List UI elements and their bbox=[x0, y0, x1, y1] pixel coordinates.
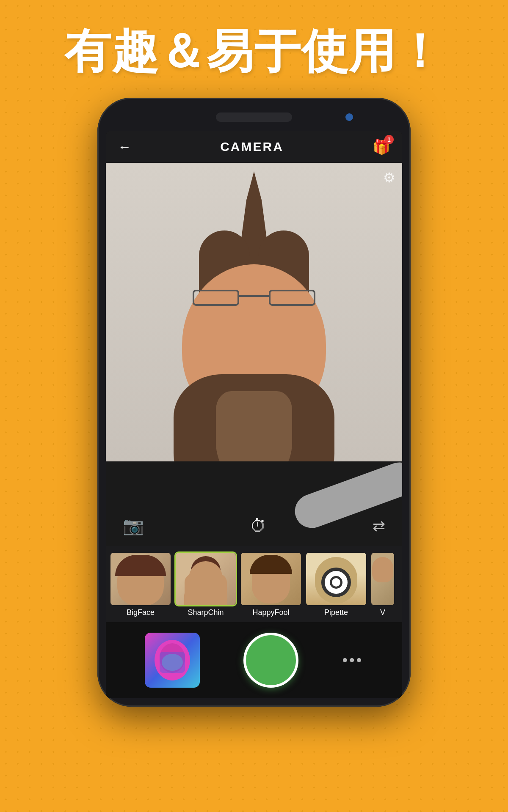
filter-thumb-happyfool bbox=[240, 551, 302, 606]
filter-thumb-pipette bbox=[305, 551, 367, 606]
filter-label-bigface: BigFace bbox=[127, 608, 155, 617]
glasses-bridge bbox=[239, 295, 269, 297]
phone-speaker bbox=[216, 112, 292, 122]
filter-strip: BigFace SharpChin bbox=[106, 546, 402, 622]
filter-item-sharpchin[interactable]: SharpChin bbox=[174, 551, 237, 617]
headline: 有趣＆易于使用！ bbox=[64, 25, 444, 77]
phone-screen: ← CAMERA 🎁 1 bbox=[106, 131, 402, 698]
gallery-face bbox=[145, 633, 200, 688]
bottom-bar: ••• bbox=[106, 622, 402, 698]
filter-thumb-v bbox=[370, 551, 395, 606]
phone-shell: ← CAMERA 🎁 1 bbox=[97, 98, 411, 707]
phone-top-bar bbox=[104, 105, 404, 129]
camera-settings-button[interactable]: ⚙ bbox=[383, 170, 395, 186]
gift-badge: 1 bbox=[384, 135, 394, 144]
more-button[interactable]: ••• bbox=[342, 651, 363, 669]
camera-controls: 📷 ⏱ ⇄ bbox=[106, 516, 402, 536]
front-camera-dot bbox=[345, 113, 353, 121]
shuffle-button[interactable]: ⇄ bbox=[373, 517, 385, 535]
capture-button[interactable] bbox=[243, 633, 298, 688]
glasses-right bbox=[269, 290, 315, 306]
filter-label-pipette: Pipette bbox=[324, 608, 348, 617]
camera-flip-button[interactable]: 📷 bbox=[123, 516, 144, 536]
gallery-face-svg bbox=[151, 639, 193, 681]
filter-item-bigface[interactable]: BigFace bbox=[109, 551, 172, 617]
filter-label-sharpchin: SharpChin bbox=[188, 608, 224, 617]
filter-thumb-bigface bbox=[109, 551, 172, 606]
svg-point-3 bbox=[162, 654, 183, 671]
filter-thumb-sharpchin bbox=[174, 551, 237, 606]
camera-view: ⚙ 📷 ⏱ ⇄ bbox=[106, 163, 402, 546]
timer-button[interactable]: ⏱ bbox=[250, 516, 267, 535]
camera-preview: ⚙ 📷 ⏱ ⇄ bbox=[106, 163, 402, 546]
gift-button[interactable]: 🎁 1 bbox=[373, 138, 390, 155]
page-wrapper: 有趣＆易于使用！ ← CAMERA 🎁 1 bbox=[0, 0, 508, 812]
filter-label-v: V bbox=[380, 608, 385, 617]
app-bar: ← CAMERA 🎁 1 bbox=[106, 131, 402, 163]
gallery-thumbnail[interactable] bbox=[145, 633, 200, 688]
glasses bbox=[188, 288, 320, 309]
filter-item-pipette[interactable]: Pipette bbox=[305, 551, 367, 617]
back-button[interactable]: ← bbox=[118, 139, 131, 155]
filter-label-happyfool: HappyFool bbox=[252, 608, 289, 617]
app-title: CAMERA bbox=[220, 140, 284, 154]
filter-item-v[interactable]: V bbox=[370, 551, 395, 617]
filter-item-happyfool[interactable]: HappyFool bbox=[240, 551, 302, 617]
glasses-left bbox=[193, 290, 239, 306]
